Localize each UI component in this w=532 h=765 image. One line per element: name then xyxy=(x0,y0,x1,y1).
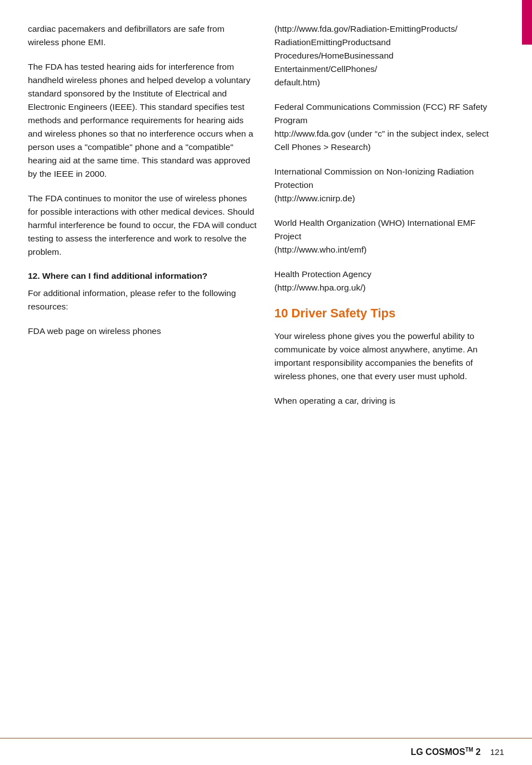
left-block-3: The FDA continues to monitor the use of … xyxy=(28,192,258,259)
pink-tab-decoration xyxy=(522,0,532,45)
right-block-4: World Health Organization (WHO) Internat… xyxy=(274,216,504,256)
left-block-6: FDA web page on wireless phones xyxy=(28,325,258,338)
content-area: cardiac pacemakers and defibrillators ar… xyxy=(0,0,532,738)
right-block-1: (http://www.fda.gov/Radiation-EmittingPr… xyxy=(274,22,504,89)
footer-text: LG COSMOSTM 2 121 xyxy=(410,747,504,757)
left-block-2: The FDA has tested hearing aids for inte… xyxy=(28,60,258,181)
footer-tm: TM xyxy=(465,747,473,753)
left-block-5: For additional information, please refer… xyxy=(28,287,258,313)
section-title-driver-safety: 10 Driver Safety Tips xyxy=(274,306,504,322)
left-block-1: cardiac pacemakers and defibrillators ar… xyxy=(28,22,258,49)
page-container: cardiac pacemakers and defibrillators ar… xyxy=(0,0,532,765)
footer-brand: LG COSMOSTM 2 xyxy=(410,747,483,757)
right-block-5: Health Protection Agency (http://www.hpa… xyxy=(274,268,504,294)
right-column: (http://www.fda.gov/Radiation-EmittingPr… xyxy=(274,22,504,738)
left-column: cardiac pacemakers and defibrillators ar… xyxy=(28,22,258,738)
footer-bar: LG COSMOSTM 2 121 xyxy=(0,738,532,765)
right-block-3: International Commission on Non-Ionizing… xyxy=(274,165,504,205)
footer-number: 2 xyxy=(476,747,481,757)
right-block-8: When operating a car, driving is xyxy=(274,394,504,408)
footer-page-number: 121 xyxy=(490,747,504,757)
section-heading-12: 12. Where can I find additional informat… xyxy=(28,270,258,282)
right-block-7: Your wireless phone gives you the powerf… xyxy=(274,330,504,383)
right-block-2: Federal Communications Commission (FCC) … xyxy=(274,100,504,154)
footer-brand-name: LG COSMOS xyxy=(410,747,465,757)
